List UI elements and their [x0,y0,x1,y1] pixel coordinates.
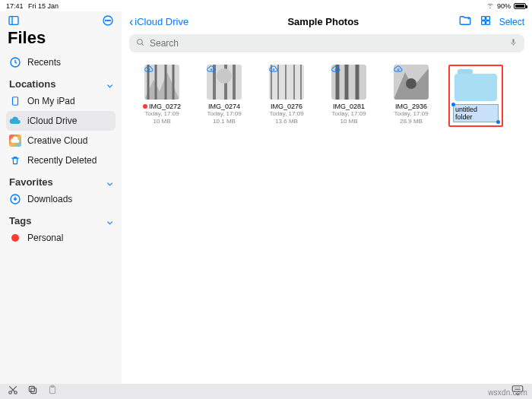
svg-line-16 [142,44,144,46]
file-size: 13.6 MB [275,118,298,125]
new-folder-icon[interactable] [458,14,472,30]
svg-rect-12 [486,17,489,21]
sidebar-item-label: Downloads [27,194,72,204]
file-item[interactable]: IMG_0272 Today, 17:09 10 MB [137,65,187,127]
paste-icon[interactable] [47,385,58,398]
svg-rect-7 [13,97,18,106]
sidebar-item-label: Creative Cloud [27,135,87,146]
tag-dot-icon [9,232,21,244]
file-grid: IMG_0272 Today, 17:09 10 MB IMG_0274 Tod… [122,59,532,133]
section-locations[interactable]: Locations ⌵ [6,72,116,91]
main-content: ‹ iCloud Drive Sample Photos Select IMG_… [122,11,532,384]
file-name: IMG_2936 [395,103,427,110]
new-folder-highlight: untitled folder [448,65,503,127]
sidebar-item-label: On My iPad [27,96,75,106]
file-size: 10 MB [340,118,357,125]
sidebar-item-ipad[interactable]: On My iPad [6,91,116,111]
section-title: Locations [9,78,55,90]
svg-point-5 [109,20,110,21]
download-icon [9,193,21,205]
sidebar-item-creativecloud[interactable]: Creative Cloud [6,131,116,150]
folder-item[interactable]: untitled folder [453,69,499,122]
search-bar[interactable] [129,34,524,52]
select-button[interactable]: Select [499,17,524,27]
cloud-status-icon [207,65,216,74]
bottom-toolbar [0,384,532,399]
nav-bar: ‹ iCloud Drive Sample Photos Select [122,11,532,31]
section-tags[interactable]: Tags ⌵ [6,209,116,228]
sidebar-item-tag-personal[interactable]: Personal [6,228,116,248]
sidebar-item-downloads[interactable]: Downloads [6,189,116,209]
sidebar-item-deleted[interactable]: Recently Deleted [6,150,116,170]
chevron-down-icon: ⌵ [107,216,112,226]
file-date: Today, 17:09 [269,110,303,118]
status-right: 90% [486,2,526,10]
cloud-icon [9,115,21,127]
status-bar: 17:41 Fri 15 Jan 90% [0,0,532,11]
watermark: wsxdn.com [488,388,527,397]
battery-percent: 90% [497,2,511,10]
trash-icon [9,154,21,166]
battery-icon [514,3,526,9]
folder-name-edit[interactable]: untitled folder [453,104,499,122]
status-time: 17:41 [6,2,24,10]
cloud-status-icon [394,65,403,74]
svg-rect-14 [486,21,489,25]
search-icon [135,36,145,50]
svg-rect-27 [31,388,36,394]
file-name: IMG_0274 [208,103,240,110]
section-favorites[interactable]: Favorites ⌵ [6,170,116,189]
svg-point-15 [138,40,143,45]
svg-rect-0 [9,17,18,25]
file-thumbnail [394,65,429,100]
file-item[interactable]: IMG_0274 Today, 17:09 10.1 MB [199,65,249,127]
file-size: 10 MB [153,118,170,125]
wifi-icon [486,2,494,10]
chevron-left-icon: ‹ [129,15,133,29]
section-title: Favorites [9,176,53,188]
file-name: IMG_0276 [271,103,302,110]
sidebar-item-label: Recently Deleted [27,155,97,166]
dictate-icon[interactable] [508,36,518,50]
more-icon[interactable] [102,14,114,27]
cut-icon[interactable] [8,385,18,398]
creative-cloud-icon [9,135,21,147]
sidebar: Files Recents Locations ⌵ On My iPad iCl… [0,11,122,384]
cloud-status-icon [331,65,340,74]
svg-rect-17 [512,39,514,43]
chevron-down-icon: ⌵ [107,79,112,90]
chevron-down-icon: ⌵ [107,177,112,188]
file-date: Today, 17:09 [144,110,179,118]
sidebar-item-icloud[interactable]: iCloud Drive [6,111,116,131]
svg-point-20 [217,68,232,84]
sidebar-toggle-icon[interactable] [8,14,20,27]
file-item[interactable]: IMG_0276 Today, 17:09 13.6 MB [261,65,312,127]
view-grid-icon[interactable] [480,14,492,29]
file-date: Today, 17:09 [394,110,428,118]
svg-rect-28 [29,386,34,391]
sidebar-item-label: iCloud Drive [27,116,77,126]
file-thumbnail [144,65,179,100]
sidebar-item-recents[interactable]: Recents [6,52,116,72]
back-button[interactable]: ‹ iCloud Drive [129,15,188,29]
sidebar-item-label: Personal [27,233,63,243]
file-thumbnail [207,65,242,100]
cloud-status-icon [144,65,154,74]
file-name: IMG_0272 [143,103,181,110]
file-date: Today, 17:09 [331,110,366,118]
file-item[interactable]: IMG_0281 Today, 17:09 10 MB [324,65,374,127]
file-item[interactable]: IMG_2936 Today, 17:09 28.9 MB [386,65,436,127]
cloud-status-icon [269,65,278,74]
tag-dot-icon [143,104,147,109]
search-input[interactable] [150,38,504,49]
section-title: Tags [9,215,31,226]
svg-point-24 [406,78,416,89]
back-label: iCloud Drive [135,16,188,27]
sidebar-item-label: Recents [27,57,61,68]
file-thumbnail [269,65,304,100]
svg-rect-11 [481,17,485,21]
clock-icon [9,56,21,68]
copy-icon[interactable] [27,385,38,398]
page-title: Sample Photos [193,16,454,27]
file-date: Today, 17:09 [207,110,241,118]
